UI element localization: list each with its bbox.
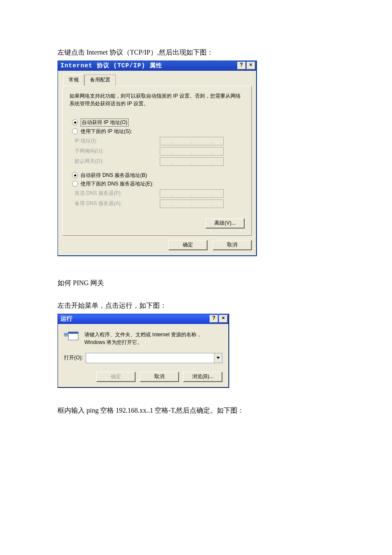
run-titlebar[interactable]: 运行 ? ×: [58, 314, 228, 324]
advanced-button[interactable]: 高级(V)...: [205, 218, 245, 228]
cancel-button[interactable]: 取消: [213, 240, 252, 250]
open-combobox[interactable]: [86, 353, 222, 363]
tcpip-help-text: 如果网络支持此功能，则可以获取自动指派的 IP 设置。否则，您需要从网络系统管理…: [69, 92, 245, 107]
tcpip-titlebar[interactable]: Internet 协议 (TCP/IP) 属性 ? ×: [58, 61, 256, 71]
radio-icon: [72, 172, 78, 178]
label-mask: 子网掩码(U):: [69, 147, 160, 155]
help-icon[interactable]: ?: [210, 315, 218, 323]
label-gateway: 默认网关(D):: [69, 158, 160, 165]
intro-text: 左键点击 Internet 协议（TCP/IP）,然后出现如下图：: [58, 47, 334, 58]
input-gateway[interactable]: ...: [160, 157, 224, 166]
run-icon: [64, 331, 78, 342]
radio-icon: [72, 128, 78, 134]
section2-heading: 如何 PING 网关: [58, 278, 334, 289]
help-icon[interactable]: ?: [237, 62, 246, 69]
tab-alternate[interactable]: 备用配置: [84, 75, 116, 86]
input-dns-primary[interactable]: ...: [160, 189, 224, 198]
dns-fields: 首选 DNS 服务器(P): ... 备用 DNS 服务器(A): ...: [69, 189, 245, 208]
tcpip-title: Internet 协议 (TCP/IP) 属性: [61, 62, 236, 69]
tcpip-properties-dialog: Internet 协议 (TCP/IP) 属性 ? × 常规 备用配置 如果网络…: [58, 61, 257, 256]
browse-button[interactable]: 浏览(B)...: [183, 372, 222, 382]
tab-panel-general: 如果网络支持此功能，则可以获取自动指派的 IP 设置。否则，您需要从网络系统管理…: [62, 86, 252, 236]
outro-text: 框内输入 ping 空格 192.168.xx..1 空格-T,然后点确定。如下…: [58, 405, 334, 416]
label-ip: IP 地址(I):: [69, 137, 160, 145]
cancel-button[interactable]: 取消: [140, 372, 179, 382]
radio-use-ip[interactable]: 使用下面的 IP 地址(S):: [72, 128, 245, 135]
tabstrip: 常规 备用配置: [58, 71, 256, 86]
close-icon[interactable]: ×: [247, 62, 255, 69]
tab-general[interactable]: 常规: [63, 74, 84, 86]
input-mask[interactable]: ...: [160, 147, 224, 156]
radio-auto-dns[interactable]: 自动获得 DNS 服务器地址(B): [72, 172, 245, 179]
label-dns-primary: 首选 DNS 服务器(P):: [69, 190, 160, 197]
radio-use-dns-label: 使用下面的 DNS 服务器地址(E):: [81, 180, 153, 188]
open-input[interactable]: [86, 353, 214, 363]
close-icon[interactable]: ×: [219, 315, 228, 323]
ok-button[interactable]: 确定: [96, 372, 135, 382]
radio-auto-ip-label: 自动获得 IP 地址(O): [81, 119, 129, 127]
ip-fields: IP 地址(I): ... 子网掩码(U): ... 默认网关(D): ...: [69, 137, 245, 166]
input-dns-secondary[interactable]: ...: [160, 199, 224, 208]
radio-use-dns[interactable]: 使用下面的 DNS 服务器地址(E):: [72, 180, 245, 188]
radio-auto-dns-label: 自动获得 DNS 服务器地址(B): [81, 172, 147, 179]
run-title: 运行: [61, 315, 209, 323]
chevron-down-icon[interactable]: [214, 353, 222, 363]
run-dialog: 运行 ? × 请键入程序、文件夹、文档或 Internet 资源的名称，Wind…: [58, 314, 229, 388]
radio-icon: [72, 119, 78, 125]
radio-icon: [72, 181, 78, 187]
label-dns-secondary: 备用 DNS 服务器(A):: [69, 200, 160, 207]
radio-auto-ip[interactable]: 自动获得 IP 地址(O): [72, 119, 245, 127]
section2b-text: 左击开始菜单，点击运行，如下图：: [58, 300, 334, 311]
run-help-text: 请键入程序、文件夹、文档或 Internet 资源的名称，Windows 将为您…: [84, 331, 222, 346]
radio-use-ip-label: 使用下面的 IP 地址(S):: [81, 128, 132, 135]
input-ip[interactable]: ...: [160, 137, 224, 145]
open-label: 打开(O):: [64, 354, 83, 361]
ok-button[interactable]: 确定: [168, 240, 208, 250]
